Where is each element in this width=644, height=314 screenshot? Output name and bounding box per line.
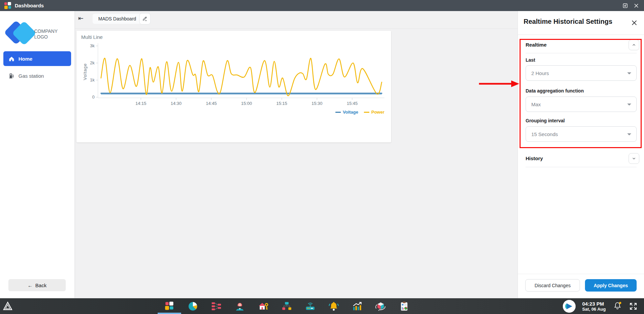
pencil-icon — [142, 16, 148, 22]
hierarchy-app-icon[interactable] — [281, 298, 292, 314]
notifications-bell-icon[interactable] — [613, 301, 622, 311]
app-window: Dashboards COMPANY LOGO HomeGas station … — [0, 0, 644, 314]
svg-text:14:15: 14:15 — [136, 101, 147, 106]
topbar-title: Dashboards — [15, 3, 44, 8]
analytics-app-icon[interactable] — [352, 298, 363, 314]
svg-text:15:00: 15:00 — [241, 101, 252, 106]
svg-text:3k: 3k — [90, 43, 95, 48]
fullscreen-icon[interactable] — [629, 302, 637, 310]
brand-logo-icon[interactable] — [563, 300, 576, 313]
chevron-up-icon — [632, 43, 636, 47]
sidebar-item-label: Gas station — [18, 73, 44, 79]
pie-chart-app-icon[interactable] — [187, 298, 199, 314]
svg-text:15:15: 15:15 — [276, 101, 287, 106]
dashboard-name-chip[interactable]: MADS Dashboard — [93, 14, 142, 24]
back-button[interactable]: ← Back — [8, 279, 66, 291]
svg-text:1k: 1k — [90, 77, 95, 82]
taskbar: 04:23 PM Sat, 06 Aug — [0, 298, 644, 314]
svg-text:15:30: 15:30 — [312, 101, 323, 106]
discard-changes-button[interactable]: Discard Changes — [525, 279, 580, 292]
chevron-down-icon — [632, 156, 636, 161]
svg-text:14:45: 14:45 — [206, 101, 217, 106]
svg-text:14:30: 14:30 — [171, 101, 182, 106]
rule-chain-app-icon[interactable] — [211, 298, 222, 314]
dropdown-caret-icon — [627, 104, 631, 106]
multi-line-widget[interactable]: Multi Line 01k2k3kVoltage14:1514:3014:45… — [76, 31, 391, 142]
dashboards-app-icon[interactable] — [164, 298, 175, 314]
system-tray: 04:23 PM Sat, 06 Aug — [563, 298, 644, 314]
cube-app-icon[interactable] — [375, 298, 386, 314]
gas-station-icon — [8, 73, 15, 79]
aggregation-select[interactable]: Max — [526, 97, 637, 112]
dropdown-caret-icon — [627, 133, 631, 135]
interval-select[interactable]: 15 Seconds — [526, 126, 637, 142]
taskbar-apps — [164, 298, 410, 314]
bell-app-icon[interactable] — [328, 298, 339, 314]
history-section-label: History — [526, 155, 543, 161]
annotation-arrow — [478, 79, 520, 89]
back-arrow-icon: ← — [28, 282, 33, 288]
home-icon — [8, 56, 15, 62]
svg-text:2k: 2k — [90, 60, 95, 65]
panel-footer: Discard Changes Apply Changes — [518, 274, 644, 298]
dropdown-caret-icon — [627, 72, 631, 74]
history-expand-button[interactable] — [629, 153, 639, 164]
svg-text:15:45: 15:45 — [347, 101, 358, 106]
sidebar: COMPANY LOGO HomeGas station ← Back — [0, 11, 74, 298]
svg-text:Voltage: Voltage — [83, 63, 88, 80]
clock-time: 04:23 PM — [582, 301, 606, 307]
close-icon[interactable] — [633, 3, 639, 9]
house-key-app-icon[interactable] — [258, 298, 269, 314]
aggregation-field-label: Data aggregation function — [526, 88, 584, 93]
sidebar-item-label: Home — [18, 56, 33, 62]
svg-text:0: 0 — [92, 95, 95, 100]
collapse-sidebar-icon[interactable]: ⇤ — [78, 14, 84, 22]
dashboards-logo-icon — [4, 2, 11, 9]
sidebar-item-gas-station[interactable]: Gas station — [3, 68, 71, 83]
top-bar: Dashboards — [0, 0, 644, 11]
router-app-icon[interactable] — [305, 298, 316, 314]
apply-changes-button[interactable]: Apply Changes — [585, 279, 637, 292]
realtime-collapse-button[interactable] — [629, 40, 639, 50]
svg-text:Voltage: Voltage — [343, 110, 358, 115]
edit-dashboard-button[interactable] — [139, 13, 151, 24]
last-select[interactable]: 2 Hours — [526, 65, 637, 81]
panel-close-icon[interactable] — [631, 19, 638, 26]
realtime-historical-settings-panel: Realtime Historical Settings Realtime La… — [518, 11, 644, 298]
report-app-icon[interactable] — [398, 298, 410, 314]
company-logo: COMPANY LOGO — [0, 14, 74, 48]
clock-date: Sat, 06 Aug — [582, 307, 606, 312]
dashboard-toolbar: ⇤ MADS Dashboard — [74, 11, 518, 29]
multi-line-chart: 01k2k3kVoltage14:1514:3014:4515:0015:151… — [76, 31, 391, 142]
realtime-section-label: Realtime — [526, 42, 547, 48]
open-in-window-icon[interactable] — [622, 2, 629, 9]
clock: 04:23 PM Sat, 06 Aug — [582, 301, 606, 312]
app-launcher-icon[interactable] — [3, 301, 13, 311]
company-logo-text: COMPANY LOGO — [34, 28, 58, 40]
last-field-label: Last — [526, 57, 535, 63]
svg-text:Power: Power — [371, 110, 384, 115]
sidebar-item-home[interactable]: Home — [3, 51, 71, 66]
user-app-icon[interactable] — [234, 298, 246, 314]
interval-field-label: Grouping interval — [526, 118, 565, 123]
panel-title: Realtime Historical Settings — [524, 18, 612, 25]
